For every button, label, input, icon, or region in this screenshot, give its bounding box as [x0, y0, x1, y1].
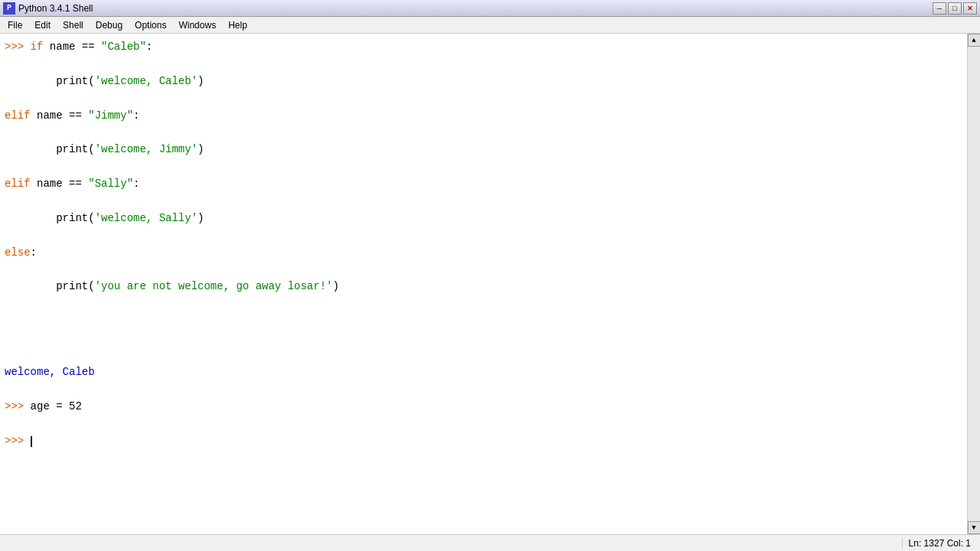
menu-debug[interactable]: Debug: [90, 18, 129, 32]
code-line-blank12: [5, 381, 962, 398]
code-line-blank9: [5, 312, 962, 329]
code-line-prompt-cursor[interactable]: >>>: [5, 432, 962, 449]
code-line-age-assign: >>> age = 52: [5, 398, 962, 415]
code-line-blank10: [5, 330, 962, 347]
code-line-blank1: [5, 55, 962, 72]
menu-options[interactable]: Options: [129, 18, 172, 32]
output-welcome-caleb: welcome, Caleb: [5, 364, 962, 380]
code-line-blank3: [5, 124, 962, 141]
code-line-blank4: [5, 158, 962, 175]
menu-edit[interactable]: Edit: [28, 18, 57, 32]
code-line-print-sally: print('welcome, Sally'): [5, 210, 962, 227]
code-line-else: else:: [5, 244, 962, 261]
scrollbar[interactable]: ▲ ▼: [967, 34, 980, 534]
title-bar-left: P Python 3.4.1 Shell: [3, 2, 93, 15]
minimize-button[interactable]: ─: [933, 2, 946, 15]
scroll-up-button[interactable]: ▲: [968, 34, 981, 47]
menu-bar: File Edit Shell Debug Options Windows He…: [0, 17, 980, 34]
code-line-elif-jimmy: elif name == "Jimmy":: [5, 107, 962, 124]
menu-shell[interactable]: Shell: [57, 18, 90, 32]
close-button[interactable]: ✕: [963, 2, 977, 15]
code-line-blank8: [5, 295, 962, 312]
main-container: >>> if name == "Caleb": print('welcome, …: [0, 34, 980, 534]
title-bar: P Python 3.4.1 Shell ─ □ ✕: [0, 0, 980, 17]
code-line-blank6: [5, 227, 962, 243]
window-controls: ─ □ ✕: [933, 2, 977, 15]
code-line-print-caleb: print('welcome, Caleb'): [5, 73, 962, 90]
menu-windows[interactable]: Windows: [172, 18, 222, 32]
python-icon: P: [3, 2, 15, 15]
code-line-blank13: [5, 416, 962, 432]
code-area: >>> if name == "Caleb": print('welcome, …: [2, 37, 965, 451]
code-line-blank11: [5, 347, 962, 364]
code-line-if-partial: >>> if name == "Caleb":: [5, 38, 962, 55]
code-line-elif-sally: elif name == "Sally":: [5, 175, 962, 192]
menu-file[interactable]: File: [2, 18, 28, 32]
ln-col-indicator: Ln: 1327 Col: 1: [902, 538, 977, 549]
text-cursor: [31, 436, 32, 447]
shell-content[interactable]: >>> if name == "Caleb": print('welcome, …: [0, 34, 967, 534]
scroll-down-button[interactable]: ▼: [968, 521, 981, 534]
scroll-track[interactable]: [968, 47, 980, 521]
window-title: Python 3.4.1 Shell: [18, 3, 93, 14]
status-bar: Ln: 1327 Col: 1: [0, 534, 980, 551]
code-line-blank7: [5, 261, 962, 278]
code-line-print-jimmy: print('welcome, Jimmy'): [5, 141, 962, 158]
menu-help[interactable]: Help: [222, 18, 253, 32]
code-line-print-losar: print('you are not welcome, go away losa…: [5, 278, 962, 295]
code-line-blank5: [5, 193, 962, 210]
code-line-blank2: [5, 90, 962, 106]
maximize-button[interactable]: □: [948, 2, 962, 15]
